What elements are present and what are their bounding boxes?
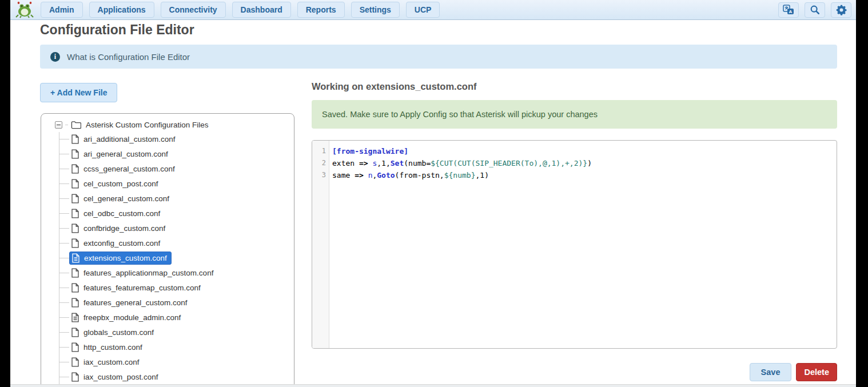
nav-menu: AdminApplicationsConnectivityDashboardRe… [41, 2, 440, 18]
tree-file-item: ari_additional_custom.conf [41, 131, 294, 146]
info-icon: i [50, 52, 60, 62]
file-name-label: features_featuremap_custom.conf [83, 284, 201, 292]
nav-item-reports[interactable]: Reports [297, 2, 345, 18]
file-name-label: http_custom.conf [83, 343, 142, 352]
tree-file-item: ari_general_custom.conf [41, 146, 294, 161]
nav-right-icons: A [778, 2, 851, 18]
code-text-area[interactable]: [from-signalwire]exten => s,1,Set(numb=$… [329, 141, 837, 348]
tree-file-item: http_custom.conf [41, 340, 294, 354]
tree-file-item: features_general_custom.conf [41, 295, 294, 310]
file-name-label: ari_additional_custom.conf [83, 135, 176, 143]
add-new-file-button[interactable]: + Add New File [40, 83, 117, 102]
tree-node[interactable]: cel_custom_post.conf [69, 178, 162, 190]
config-code-editor: 123 [from-signalwire]exten => s,1,Set(nu… [312, 140, 837, 349]
info-banner[interactable]: i What is Configuration File Editor [40, 45, 837, 69]
line-number: 1 [312, 145, 329, 157]
folder-icon [71, 121, 81, 129]
tree-node[interactable]: globals_custom.conf [69, 326, 158, 338]
tree-node[interactable]: features_applicationmap_custom.conf [69, 267, 217, 279]
tree-root-node[interactable]: Asterisk Custom Configuration Files [41, 118, 294, 131]
tree-file-item: extconfig_custom.conf [41, 236, 294, 250]
tree-connector-dash [59, 273, 69, 273]
tree-node[interactable]: iax_custom.conf [69, 356, 144, 368]
settings-button[interactable] [831, 2, 851, 18]
editor-action-buttons: Save Delete [312, 363, 837, 381]
tree-connector-dash [59, 347, 69, 348]
tree-file-item: globals_custom.conf [41, 325, 294, 340]
tree-node[interactable]: ari_additional_custom.conf [69, 133, 180, 145]
tree-node-selected[interactable]: extensions_custom.conf [69, 252, 172, 265]
tree-file-item: iax_custom.conf [41, 354, 294, 369]
language-icon: A [783, 5, 794, 15]
tree-file-item: extensions_custom.conf [41, 250, 294, 265]
tree-node[interactable]: cel_general_custom.conf [69, 193, 173, 205]
file-name-label: freepbx_module_admin.conf [83, 313, 181, 322]
nav-item-dashboard[interactable]: Dashboard [232, 2, 291, 18]
file-name-label: cel_general_custom.conf [83, 194, 169, 203]
tree-connector-dash [59, 377, 69, 377]
tree-connector-dash [59, 302, 69, 303]
tree-node[interactable]: http_custom.conf [69, 341, 146, 353]
language-button[interactable]: A [778, 2, 799, 18]
tree-node[interactable]: ari_general_custom.conf [69, 148, 172, 160]
file-icon [71, 328, 79, 337]
search-button[interactable] [805, 2, 825, 18]
tree-node[interactable]: features_featuremap_custom.conf [69, 282, 205, 294]
nav-item-ucp[interactable]: UCP [406, 2, 440, 18]
working-on-heading: Working on extensions_custom.conf [312, 81, 476, 92]
file-icon [71, 372, 79, 382]
nav-item-admin[interactable]: Admin [41, 2, 83, 18]
tree-node[interactable]: ccss_general_custom.conf [69, 163, 179, 175]
tree-connector-dash [59, 213, 69, 214]
file-icon [71, 209, 79, 218]
file-name-label: ccss_general_custom.conf [83, 165, 175, 173]
tree-connector-dash [59, 288, 69, 288]
nav-item-connectivity[interactable]: Connectivity [161, 2, 226, 18]
tree-node[interactable]: cel_odbc_custom.conf [69, 208, 164, 220]
tree-file-item: cel_odbc_custom.conf [41, 206, 294, 221]
tree-node[interactable]: extconfig_custom.conf [69, 237, 164, 249]
collapse-expander-icon[interactable] [55, 121, 62, 129]
file-icon [71, 283, 79, 293]
svg-text:A: A [789, 9, 793, 14]
tree-connector-dash [59, 198, 69, 199]
tree-connector-dash [59, 243, 69, 244]
gear-icon [836, 5, 847, 15]
delete-button[interactable]: Delete [796, 363, 837, 381]
file-name-label: extensions_custom.conf [84, 254, 167, 262]
saved-success-alert: Saved. Make sure to Apply Config so that… [312, 100, 837, 129]
tree-connector-dash [59, 228, 69, 229]
line-number: 2 [312, 157, 329, 169]
tree-file-item: cel_general_custom.conf [41, 191, 294, 206]
tree-connector-dash [59, 183, 69, 184]
file-icon [71, 357, 79, 367]
tree-file-item: ccss_general_custom.conf [41, 161, 294, 176]
tree-file-item: freepbx_module_admin.conf [41, 310, 294, 325]
tree-node[interactable]: confbridge_custom.conf [69, 222, 169, 234]
tree-node[interactable]: iax_custom_post.conf [69, 371, 162, 383]
line-number: 3 [312, 169, 329, 181]
file-name-label: cel_odbc_custom.conf [83, 209, 160, 218]
file-name-label: iax_custom.conf [83, 358, 140, 366]
file-name-label: iax_custom_post.conf [83, 373, 158, 381]
file-text-icon [71, 313, 79, 322]
file-icon [71, 194, 79, 204]
file-name-label: confbridge_custom.conf [83, 224, 165, 233]
tree-connector-dash [59, 317, 69, 318]
line-number-gutter: 123 [312, 141, 329, 348]
nav-item-applications[interactable]: Applications [89, 2, 154, 18]
nav-item-settings[interactable]: Settings [351, 2, 400, 18]
freepbx-logo-icon[interactable] [14, 1, 35, 18]
file-icon [71, 164, 79, 174]
file-icon [71, 134, 79, 144]
tree-connector-dash [59, 139, 69, 139]
code-line: same => n,Goto(from-pstn,${numb},1) [332, 169, 837, 181]
tree-node[interactable]: freepbx_module_admin.conf [69, 312, 185, 324]
save-button[interactable]: Save [750, 363, 792, 381]
file-name-label: extconfig_custom.conf [83, 239, 160, 248]
file-icon [71, 179, 79, 189]
file-tree-panel: Asterisk Custom Configuration Files ari_… [41, 113, 294, 387]
file-name-label: globals_custom.conf [83, 328, 154, 337]
file-icon [71, 298, 79, 308]
tree-node[interactable]: features_general_custom.conf [69, 297, 192, 309]
